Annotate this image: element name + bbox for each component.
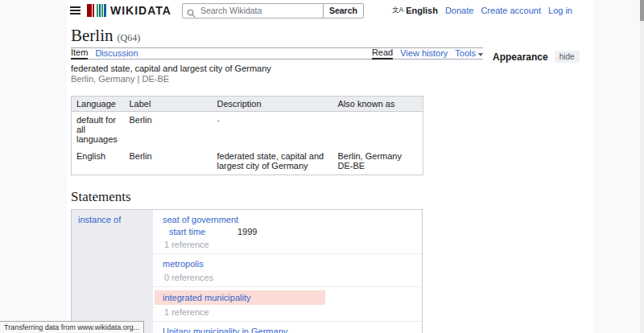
page-body: Berlin(Q64) Item Discussion Read View hi… <box>67 27 593 333</box>
qualifier-value: 1999 <box>237 227 257 237</box>
statement-group: instance of seat of governmentstart time… <box>71 209 423 333</box>
donate-link[interactable]: Donate <box>445 6 473 15</box>
tools-dropdown[interactable]: Tools <box>455 48 483 59</box>
terms-cell-label: Berlin <box>125 112 213 149</box>
scrollbar[interactable] <box>640 0 644 333</box>
page: WIKIDATA Search 文A English Donate Create… <box>67 0 593 333</box>
col-header-label: Label <box>125 97 213 112</box>
statement-value-link[interactable]: seat of government <box>163 215 238 224</box>
alias: DE-BE <box>338 161 419 171</box>
terms-cell-aliases: Berlin, GermanyDE-BE <box>333 148 423 175</box>
statement-value-row: integrated municipality <box>155 290 325 305</box>
statement-value-link[interactable]: Unitary municipality in Germany <box>163 327 287 333</box>
terms-table: Language Label Description Also known as… <box>71 96 423 175</box>
wikidata-logo-icon <box>87 4 106 17</box>
page-title: Berlin <box>71 26 114 45</box>
wikidata-logo[interactable]: WIKIDATA <box>87 4 171 17</box>
tabs-row: Item Discussion Read View history Tools <box>71 48 483 60</box>
qualifier-property-link[interactable]: start time <box>169 227 237 237</box>
tabs-right: Read View history Tools <box>372 47 483 59</box>
entity-id: (Q64) <box>118 32 141 43</box>
statement-value-row: Unitary municipality in Germany <box>163 325 412 333</box>
login-link[interactable]: Log in <box>548 6 572 15</box>
qualifier-row: start time1999 <box>169 227 412 237</box>
col-header-also-known-as: Also known as <box>333 97 423 112</box>
appearance-panel: Appearance hide <box>493 51 580 63</box>
search-box: Search <box>182 3 364 18</box>
description-aliases: Berlin, Germany | DE-BE <box>71 74 483 84</box>
search-input[interactable] <box>182 3 324 18</box>
language-selector[interactable]: 文A English <box>392 6 438 15</box>
scrollbar-thumb[interactable] <box>640 0 644 21</box>
statement: seat of governmentstart time19991 refere… <box>153 210 422 253</box>
language-label: English <box>406 6 438 15</box>
wikidata-logo-text: WIKIDATA <box>110 4 171 17</box>
tab-read[interactable]: Read <box>372 47 393 60</box>
terms-table-header-row: Language Label Description Also known as <box>72 97 423 112</box>
status-tooltip: Transferring data from www.wikidata.org.… <box>0 321 144 333</box>
references-toggle[interactable]: 1 reference <box>163 239 412 250</box>
menu-icon[interactable] <box>70 5 80 16</box>
terms-table-row: default for all languagesBerlin- <box>72 112 423 149</box>
description-text: federated state, capital and largest cit… <box>71 64 483 73</box>
statement: metropolis0 references <box>153 253 422 286</box>
terms-table-row: EnglishBerlinfederated state, capital an… <box>72 148 423 175</box>
language-icon: 文A <box>392 6 403 15</box>
tab-view-history[interactable]: View history <box>400 48 448 59</box>
alias: Berlin, Germany <box>338 151 419 161</box>
col-header-language: Language <box>72 97 125 112</box>
statement-value-row: metropolis <box>163 257 412 270</box>
statement-property-cell: instance of <box>72 210 153 333</box>
statement-value-row: seat of government <box>163 213 412 226</box>
statement-value-link[interactable]: integrated municipality <box>163 293 250 302</box>
site-header: WIKIDATA Search 文A English Donate Create… <box>67 0 593 21</box>
search-icon <box>187 6 196 21</box>
create-account-link[interactable]: Create account <box>481 6 541 15</box>
references-toggle[interactable]: 1 reference <box>163 306 412 318</box>
statements-heading: Statements <box>71 189 483 205</box>
header-user-links: 文A English Donate Create account Log in <box>392 6 572 15</box>
terms-cell-label: Berlin <box>125 148 213 175</box>
terms-cell-aliases <box>333 112 423 149</box>
article: Berlin(Q64) Item Discussion Read View hi… <box>71 27 483 333</box>
page-title-block: Berlin(Q64) <box>71 27 483 48</box>
appearance-hide-button[interactable]: hide <box>555 51 580 63</box>
terms-cell-description: federated state, capital and largest cit… <box>213 148 333 175</box>
statement: integrated municipality1 reference <box>153 286 422 321</box>
statement-values: seat of governmentstart time19991 refere… <box>153 210 422 333</box>
property-link[interactable]: instance of <box>78 215 121 224</box>
terms-cell-description: - <box>213 112 333 149</box>
terms-cell-language: English <box>72 148 125 175</box>
references-toggle[interactable]: 0 references <box>163 272 412 283</box>
browser-viewport: WIKIDATA Search 文A English Donate Create… <box>0 0 644 333</box>
search-button[interactable]: Search <box>323 3 364 18</box>
statement-value-link[interactable]: metropolis <box>163 259 204 269</box>
chevron-down-icon <box>478 53 483 56</box>
tab-item[interactable]: Item <box>71 47 88 60</box>
entity-description: federated state, capital and largest cit… <box>71 64 483 84</box>
statement: Unitary municipality in Germany1 referen… <box>153 321 422 333</box>
appearance-label: Appearance <box>493 51 548 63</box>
terms-cell-language: default for all languages <box>72 112 125 149</box>
tab-discussion[interactable]: Discussion <box>95 48 138 59</box>
col-header-description: Description <box>213 97 333 112</box>
